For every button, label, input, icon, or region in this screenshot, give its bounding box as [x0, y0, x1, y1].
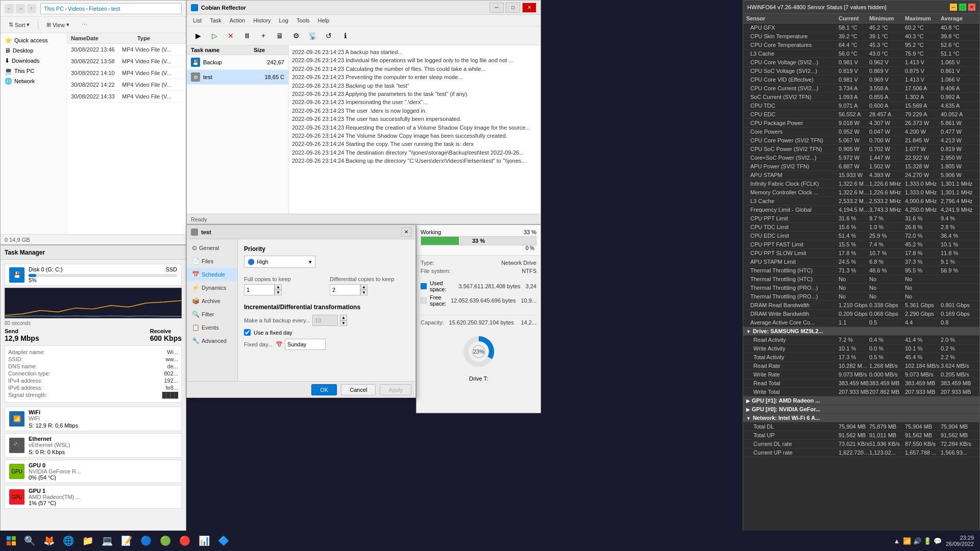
task-item-test[interactable]: ⚙ test 18,65 C — [187, 70, 288, 85]
bc-test[interactable]: test — [111, 6, 120, 12]
taskbar-firefox[interactable]: 🦊 — [40, 532, 58, 550]
priority-select[interactable]: 🔵 High ▾ — [244, 256, 315, 268]
task-item-backup[interactable]: 💾 Backup 242,67 — [187, 55, 288, 70]
table-row[interactable]: 🎬 GH030071.MP4 30/08/2022 14:10 MP4 Vide… — [67, 67, 186, 79]
hwinfo-network-row[interactable]: Total DL 75,904 MB 75,879 MB 75,904 MB 7… — [743, 422, 979, 431]
menu-task[interactable]: Task — [206, 16, 226, 25]
taskbar-aorus[interactable]: 🔴 — [176, 532, 194, 550]
hwinfo-drive-row[interactable]: Read Total 383.459 MB 383.459 MB 383.459… — [743, 379, 979, 388]
hwinfo-network-row[interactable]: Total UP 91,562 MB 91,011 MB 91,562 MB 9… — [743, 431, 979, 440]
hwinfo-sensor-row[interactable]: CPU Core Power (SVI2 TFN) 5.067 W 0.700 … — [743, 136, 979, 145]
bc-videos[interactable]: Videos — [68, 6, 85, 12]
nav-general[interactable]: ⊙ General — [187, 241, 237, 255]
taskbar-battery-icon[interactable]: 🔋 — [923, 537, 932, 545]
taskbar-clock[interactable]: 23:29 26/09/2022 — [946, 535, 974, 547]
hwinfo-sensor-row[interactable]: Core Powers 0.952 W 0.047 W 4.200 W 0.47… — [743, 128, 979, 136]
bc-fietsen[interactable]: Fietsen — [89, 6, 107, 12]
diff-copies-field[interactable] — [330, 284, 360, 295]
hwinfo-sensor-row[interactable]: CPU Core Temperatures 64.4 °C 45.3 °C 95… — [743, 41, 979, 49]
hwinfo-network-row[interactable]: Current UP rate 1,622.720 KB/s 1,123.02.… — [743, 448, 979, 457]
hwinfo-sensor-row[interactable]: CPU SoC Power (SVI2 TFN) 0.905 W 0.702 W… — [743, 145, 979, 154]
hwinfo-sensor-row[interactable]: CPU Core Voltage (SVI2...) 0.981 V 0.962… — [743, 58, 979, 67]
cobian-close-button[interactable]: ✕ — [522, 3, 536, 13]
hwinfo-drive-row[interactable]: Read Rate 10.282 MB/s 1.268 MB/s 102.184… — [743, 362, 979, 370]
taskbar-terminal[interactable]: 💻 — [98, 532, 116, 550]
menu-list[interactable]: List — [189, 16, 206, 25]
up-icon[interactable]: ↑ — [27, 4, 36, 13]
menu-tools[interactable]: Tools — [292, 16, 314, 25]
hwinfo-max-btn[interactable]: □ — [959, 4, 966, 11]
hwinfo-col-avg[interactable]: Average — [941, 15, 976, 21]
bc-thispc[interactable]: This PC — [44, 6, 64, 12]
dialog-close-button[interactable]: ✕ — [401, 228, 411, 237]
hwinfo-sensor-row[interactable]: DRAM Read Bandwidth 1.210 Gbps 0.338 Gbp… — [743, 301, 979, 310]
hwinfo-sensor-row[interactable]: CPU TDC 9.071 A 0.600 A 15.569 A 4.635 A — [743, 102, 979, 110]
hwinfo-body[interactable]: APU GFX 58.1 °C 45.2 °C 60.2 °C 40.8 °C … — [743, 23, 979, 534]
hwinfo-col-sensor[interactable]: Sensor — [746, 15, 839, 21]
hwinfo-sensor-row[interactable]: Thermal Throttling (HTC) No No No — [743, 275, 979, 284]
wifi-item[interactable]: 📶 WiFi WiFi S: 12,9 R: 0,6 Mbps — [5, 407, 182, 431]
back-icon[interactable]: ← — [5, 4, 14, 13]
breadcrumb[interactable]: This PC › Videos › Fietsen › test — [40, 3, 182, 14]
hwinfo-sensor-row[interactable]: Infinity Fabric Clock (FCLK) 1,322.6 MHz… — [743, 180, 979, 188]
use-fixed-day-checkbox[interactable] — [244, 329, 251, 336]
hwinfo-sensor-row[interactable]: Core+SoC Power (SVI2...) 5.972 W 1.447 W… — [743, 154, 979, 162]
network-button[interactable]: 📡 — [305, 29, 320, 43]
hwinfo-sensor-row[interactable]: APU Power (SVI2 TFN) 6.887 W 1.502 W 15.… — [743, 162, 979, 171]
table-row[interactable]: 🎬 GH040071.MP4 30/08/2022 14:22 MP4 Vide… — [67, 79, 186, 91]
full-copies-field[interactable] — [244, 284, 275, 295]
cancel-button[interactable]: Cancel — [341, 384, 376, 395]
cobian-max-button[interactable]: □ — [506, 3, 520, 13]
nav-schedule[interactable]: 📅 Schedule — [187, 268, 237, 281]
hwinfo-drive-row[interactable]: Total Activity 17.3 % 0.5 % 45.4 % 2.2 % — [743, 353, 979, 362]
hwinfo-sensor-row[interactable]: Thermal Throttling (PRO...) No No No — [743, 284, 979, 292]
hwinfo-drive-row[interactable]: Write Activity 10.1 % 0.0 % 10.1 % 0.2 % — [743, 344, 979, 353]
hwinfo-sensor-row[interactable]: CPU EDC 56.552 A 28.457 A 79.229 A 40.05… — [743, 110, 979, 119]
hwinfo-sensor-row[interactable]: SoC Current (SVI2 TFN) 1.093 A 0.855 A 1… — [743, 93, 979, 102]
diff-copies-down[interactable]: ▼ — [360, 290, 368, 295]
menu-help[interactable]: Help — [314, 16, 334, 25]
start-button[interactable]: ▷ — [207, 29, 222, 43]
diff-copies-up[interactable]: ▲ — [360, 284, 368, 290]
sidebar-this-pc[interactable]: 💻This PC — [1, 66, 66, 76]
taskbar-search[interactable]: 🔍 — [20, 532, 39, 550]
sidebar-desktop[interactable]: 🖥Desktop — [1, 45, 66, 56]
backup-interval-field[interactable] — [312, 315, 338, 326]
hwinfo-sensor-row[interactable]: CPU EDC Limit 51.4 % 25.9 % 72.0 % 36.4 … — [743, 232, 979, 240]
disk-item[interactable]: 💾 Disk 0 (G: C:) SSD 5% — [5, 264, 182, 286]
nav-events[interactable]: 📋 Events — [187, 321, 237, 334]
add-button[interactable]: ＋ — [256, 29, 271, 43]
stop-button[interactable]: ✕ — [224, 29, 238, 43]
hwinfo-sensor-row[interactable]: CPU PPT Limit 31.6 % 9.7 % 31.6 % 9.4 % — [743, 214, 979, 223]
hwinfo-sensor-row[interactable]: Frequency Limit - Global 4,194.5 MHz 3,7… — [743, 206, 979, 214]
table-row[interactable]: 🎬 GH020071.MP4 30/08/2022 13:58 MP4 Vide… — [67, 56, 186, 67]
menu-log[interactable]: Log — [275, 16, 292, 25]
settings-button[interactable]: ⚙ — [289, 29, 303, 43]
ok-button[interactable]: OK — [311, 384, 337, 395]
forward-icon[interactable]: → — [16, 4, 25, 13]
nav-files[interactable]: 📄 Files — [187, 255, 237, 268]
view-button[interactable]: ⊞ View ▾ — [42, 20, 74, 30]
taskbar-app11[interactable]: 🔷 — [214, 532, 233, 550]
hwinfo-drive-row[interactable]: Write Total 207.933 MB 207.862 MB 207.93… — [743, 388, 979, 396]
hwinfo-sensor-row[interactable]: APU STAPM 15.933 W 4.393 W 24.270 W 5.90… — [743, 171, 979, 180]
sort-button[interactable]: ⇅ Sort ▾ — [5, 20, 34, 30]
hwinfo-sensor-row[interactable]: Memory Controller Clock ... 1,322.6 MHz … — [743, 188, 979, 197]
hwinfo-sensor-row[interactable]: CPU TDC Limit 15.6 % 1.0 % 26.8 % 2.8 % — [743, 223, 979, 232]
taskbar-notifications-icon[interactable]: 💬 — [934, 537, 942, 545]
interval-up[interactable]: ▲ — [340, 315, 347, 320]
hwinfo-sensor-row[interactable]: CPU SoC Voltage (SVI2...) 0.819 V 0.869 … — [743, 67, 979, 76]
hwinfo-sensor-row[interactable]: CPU Core VID (Effective) 0.981 V 0.969 V… — [743, 76, 979, 84]
menu-history[interactable]: History — [249, 16, 275, 25]
taskbar-volume-icon[interactable]: 🔊 — [913, 537, 921, 545]
hwinfo-network-header[interactable]: ▼Network: Intel Wi-Fi 6 A... — [743, 414, 979, 422]
hwinfo-drive-row[interactable]: Read Activity 7.2 % 0.4 % 41.4 % 2.0 % — [743, 336, 979, 344]
nav-archive[interactable]: 📦 Archive — [187, 294, 237, 308]
pause-button[interactable]: ⏸ — [240, 29, 254, 43]
refresh-button[interactable]: ↺ — [322, 29, 336, 43]
fixed-day-field[interactable] — [285, 339, 326, 350]
sidebar-network[interactable]: 🌐Network — [1, 76, 66, 86]
menu-action[interactable]: Action — [226, 16, 250, 25]
nav-filter[interactable]: 🔍 Filter — [187, 308, 237, 321]
hwinfo-sensor-row[interactable]: DRAM Write Bandwidth 0.209 Gbps 0.068 Gb… — [743, 310, 979, 318]
